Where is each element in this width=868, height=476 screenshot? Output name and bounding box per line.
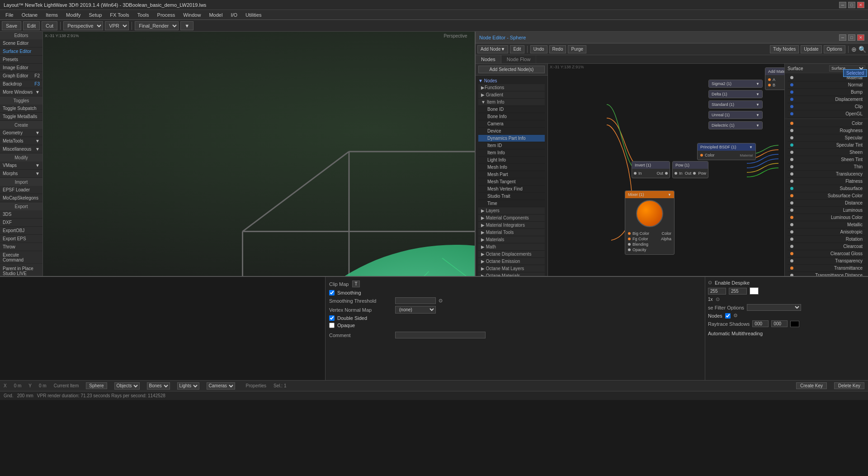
toggle-subpatch-btn[interactable]: Toggle Subpatch [0, 105, 42, 113]
current-item-value[interactable]: Sphere [86, 382, 107, 389]
menu-process[interactable]: Process [154, 11, 179, 19]
layers-category[interactable]: ▶ Layers [478, 207, 545, 214]
nodes-header[interactable]: ▼ Nodes [478, 77, 545, 84]
lights-select[interactable]: Lights [177, 382, 199, 390]
opaque-checkbox[interactable] [329, 323, 335, 328]
zoom-icon[interactable]: ⊙ [716, 296, 720, 302]
smoothing-threshold-input[interactable]: 89.524655° [395, 297, 436, 304]
ne-maximize-btn[interactable]: □ [848, 34, 855, 41]
principled-expand[interactable]: ▼ [749, 145, 753, 149]
cameras-select[interactable]: Cameras [207, 382, 235, 390]
time-item[interactable]: Time [478, 200, 545, 207]
mesh-part-item[interactable]: Mesh Part [478, 171, 545, 178]
ne-search-icon[interactable]: 🔍 [859, 46, 866, 53]
morphs-btn[interactable]: Morphs▼ [0, 170, 42, 178]
comment-input[interactable] [395, 332, 486, 338]
close-button[interactable]: ✕ [857, 2, 864, 8]
render-arrow-button[interactable]: ▼ [180, 21, 193, 30]
standard-expand[interactable]: ▼ [756, 103, 760, 107]
image-editor-btn[interactable]: Image Editor [0, 64, 42, 72]
ne-close-btn[interactable]: ✕ [857, 34, 864, 41]
vmaps-btn[interactable]: VMaps▼ [0, 162, 42, 170]
material-components-category[interactable]: ▶ Material Components [478, 214, 545, 222]
export-3ds-btn[interactable]: 3DS [0, 210, 42, 219]
more-windows-btn[interactable]: More Windows▼ [0, 88, 42, 96]
geometry-btn[interactable]: Geometry▼ [0, 129, 42, 137]
item-info-category[interactable]: ▼ Item Info [478, 99, 545, 106]
ne-zoom-icon[interactable]: ⊕ [851, 46, 857, 53]
gradient-category[interactable]: ▶ Gradient [478, 91, 545, 99]
metatools-btn[interactable]: MetaTools▼ [0, 137, 42, 145]
clipmap-shortcut[interactable]: T [352, 281, 359, 287]
tidy-nodes-button[interactable]: Tidy Nodes [770, 45, 799, 53]
invert-node[interactable]: Invert (1) In Out [632, 161, 670, 178]
options-button[interactable]: Options [824, 45, 845, 53]
smoothing-expand-icon[interactable]: ⊙ [439, 298, 443, 304]
menu-utilities[interactable]: Utilities [242, 11, 265, 19]
minimize-button[interactable]: ─ [839, 2, 846, 8]
raytrace-val2-input[interactable] [771, 320, 788, 327]
export-dxf-btn[interactable]: DXF [0, 219, 42, 227]
menu-setup[interactable]: Setup [85, 11, 106, 19]
redo-button[interactable]: Redo [549, 45, 566, 53]
tab-nodes[interactable]: Nodes [476, 55, 501, 63]
smoothing-checkbox[interactable] [329, 290, 335, 295]
bones-select[interactable]: Bones [147, 382, 170, 390]
export-eps-btn[interactable]: Export EPS [0, 235, 42, 243]
camera-item[interactable]: Camera [478, 120, 545, 128]
math-category[interactable]: ▶ Math [478, 243, 545, 251]
double-sided-checkbox[interactable] [329, 315, 335, 321]
update-button[interactable]: Update [801, 45, 821, 53]
materials-category[interactable]: ▶ Materials [478, 236, 545, 243]
dielectric-expand[interactable]: ▼ [756, 124, 760, 128]
octane-materials-category[interactable]: ▶ Octane Materials [478, 272, 545, 276]
nodes-settings-icon[interactable]: ⚙ [733, 313, 738, 319]
menu-window[interactable]: Window [179, 11, 204, 19]
item-info-item[interactable]: Item Info [478, 149, 545, 157]
presets-btn[interactable]: Presets [0, 56, 42, 64]
color-swatch[interactable] [750, 287, 759, 295]
view-mode-select[interactable]: Perspective [63, 21, 103, 30]
create-key-button[interactable]: Create Key [796, 382, 827, 389]
toggle-metaballs-btn[interactable]: Toggle MetaBalls [0, 113, 42, 121]
maximize-button[interactable]: □ [848, 2, 855, 8]
item-id-item[interactable]: Item ID [478, 142, 545, 149]
add-selected-nodes-button[interactable]: Add Selected Node(s) [478, 66, 545, 73]
node-canvas[interactable]: X:-31 Y:138 Z:91% Sele [548, 64, 868, 276]
render-select[interactable]: Final_Render [135, 21, 179, 30]
menu-io[interactable]: I/O [227, 11, 241, 19]
raytrace-val1-input[interactable] [752, 320, 769, 327]
menu-file[interactable]: File [2, 11, 17, 19]
mocap-btn[interactable]: MoCapSkelegons [0, 194, 42, 202]
material-tools-category[interactable]: ▶ Material Tools [478, 229, 545, 236]
menu-modify[interactable]: Modify [62, 11, 84, 19]
sigma2-node[interactable]: Sigma2 (1) ▼ [708, 80, 763, 88]
cut-button[interactable]: Cut [42, 21, 57, 30]
dielectric-node[interactable]: Dielectric (1) ▼ [708, 121, 763, 129]
purge-button[interactable]: Purge [568, 45, 586, 53]
mesh-vertex-find-item[interactable]: Mesh Vertex Find [478, 186, 545, 193]
mesh-info-item[interactable]: Mesh Info [478, 164, 545, 171]
mixer-node[interactable]: Mixer (1) ▼ Big Color Color Fg Color Alp… [625, 190, 675, 255]
nodes-checkbox[interactable] [725, 313, 731, 319]
unreal-node[interactable]: Unreal (1) ▼ [708, 111, 763, 119]
edit-button-ne[interactable]: Edit [510, 45, 524, 53]
octane-displacements-category[interactable]: ▶ Octane Displacements [478, 251, 545, 258]
octane-mat-layers-category[interactable]: ▶ Octane Mat Layers [478, 265, 545, 272]
raytrace-color-swatch[interactable] [790, 321, 799, 327]
despike-icon[interactable]: ⊙ [708, 280, 712, 286]
light-info-item[interactable]: Light Info [478, 157, 545, 164]
color-val1-input[interactable] [708, 288, 726, 295]
unreal-expand[interactable]: ▼ [756, 113, 760, 117]
menu-model[interactable]: Model [205, 11, 226, 19]
bone-id-item[interactable]: Bone ID [478, 106, 545, 113]
color-val2-input[interactable] [729, 288, 747, 295]
throw-btn[interactable]: Throw [0, 243, 42, 251]
mixer-expand[interactable]: ▼ [668, 193, 671, 197]
vertex-normal-select[interactable]: (none) [395, 306, 436, 314]
material-integrators-category[interactable]: ▶ Material Integrators [478, 222, 545, 229]
standard-node[interactable]: Standard (1) ▼ [708, 100, 763, 109]
vpr-select[interactable]: VPR [105, 21, 129, 30]
bone-info-item[interactable]: Bone Info [478, 113, 545, 120]
device-item[interactable]: Device [478, 128, 545, 135]
